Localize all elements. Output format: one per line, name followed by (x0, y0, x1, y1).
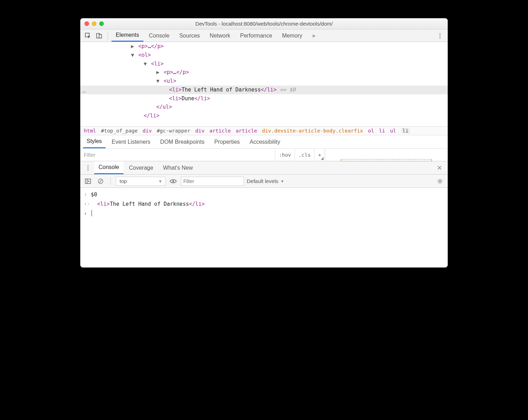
svg-line-19 (438, 179, 439, 180)
console-filter-input[interactable] (181, 177, 244, 186)
tag-close: </li> (189, 201, 205, 207)
dom-node[interactable]: <li>Dune</li> (80, 94, 448, 103)
dom-node[interactable]: ▼ <ul> (80, 77, 448, 86)
toggle-hov-button[interactable]: :hov (275, 149, 295, 161)
tag-open: <li> (97, 201, 110, 207)
node-text: The Left Hand of Darkness (110, 201, 189, 207)
text-cursor (92, 210, 92, 216)
dom-node-selected[interactable]: <li>The Left Hand of Darkness</li> == $0 (80, 86, 448, 94)
settings-menu-icon[interactable] (435, 31, 445, 41)
svg-line-20 (441, 182, 442, 183)
minimize-window-button[interactable] (92, 21, 96, 26)
dom-node[interactable]: ▶ <p>…</p> (80, 68, 448, 77)
expand-icon[interactable]: › (84, 190, 91, 199)
svg-point-7 (87, 167, 88, 168)
chevron-down-icon: ▼ (280, 179, 284, 183)
dom-breadcrumbs: html#top_of_pagediv#gc-wrapperdivarticle… (80, 126, 448, 135)
styles-tabbar: Styles Event Listeners DOM Breakpoints P… (80, 135, 448, 149)
svg-point-4 (439, 35, 440, 36)
new-style-rule-button[interactable]: + (314, 149, 325, 161)
window-title: DevTools - localhost:8080/web/tools/chro… (84, 21, 444, 27)
drawer-tab-whats-new[interactable]: What's New (159, 161, 197, 174)
titlebar: DevTools - localhost:8080/web/tools/chro… (80, 18, 448, 29)
device-toolbar-icon[interactable] (94, 31, 104, 41)
console-settings-icon[interactable] (435, 176, 445, 186)
window-controls (84, 21, 104, 26)
svg-point-13 (172, 180, 174, 182)
breadcrumb-item[interactable]: #gc-wrapper (157, 128, 190, 134)
subtab-dom-breakpoints[interactable]: DOM Breakpoints (157, 135, 208, 148)
console-prompt[interactable]: › (80, 209, 448, 218)
breadcrumb-item[interactable]: html (84, 128, 96, 134)
subtab-styles[interactable]: Styles (83, 135, 106, 148)
log-levels-label: Default levels (247, 178, 278, 184)
drawer-tabbar: Console Coverage What's New ✕ (80, 161, 448, 175)
console-toolbar: top ▼ Default levels ▼ (80, 175, 448, 188)
svg-point-8 (87, 169, 88, 170)
dom-node[interactable]: ▶ <p>…</p> (80, 42, 448, 51)
toggle-cls-button[interactable]: .cls (295, 149, 314, 161)
zoom-window-button[interactable] (99, 21, 104, 26)
divider (110, 177, 111, 185)
breadcrumb-item[interactable]: li (401, 128, 410, 134)
main-tabbar: Elements Console Sources Network Perform… (80, 29, 448, 42)
devtools-window: DevTools - localhost:8080/web/tools/chro… (80, 18, 448, 267)
execution-context-value: top (120, 178, 127, 184)
styles-filter-row: :hov .cls + (80, 149, 448, 161)
svg-point-5 (439, 37, 440, 38)
dom-node[interactable]: </ul> (80, 103, 448, 111)
chevron-down-icon: ▼ (158, 179, 162, 183)
styles-filter-input[interactable] (80, 149, 275, 161)
subtab-event-listeners[interactable]: Event Listeners (108, 135, 154, 148)
breadcrumb-item[interactable]: article (209, 128, 231, 134)
drawer-menu-icon[interactable] (83, 163, 93, 173)
drawer-tab-console[interactable]: Console (94, 161, 123, 174)
execution-context-selector[interactable]: top ▼ (116, 177, 165, 186)
tab-memory[interactable]: Memory (278, 29, 306, 42)
svg-point-3 (439, 33, 440, 34)
breadcrumb-item[interactable]: #top_of_page (101, 128, 138, 134)
breadcrumb-item[interactable]: ol (368, 128, 374, 134)
breadcrumb-item[interactable]: div (195, 128, 204, 134)
breadcrumb-item[interactable]: article (236, 128, 257, 134)
console-result-line: ‹· <li>The Left Hand of Darkness</li> (80, 199, 448, 209)
console-sidebar-toggle-icon[interactable] (83, 176, 93, 186)
box-model-preview (325, 149, 448, 161)
tab-sources[interactable]: Sources (175, 29, 204, 42)
subtab-properties[interactable]: Properties (211, 135, 243, 148)
subtab-accessibility[interactable]: Accessibility (246, 135, 284, 148)
svg-line-21 (441, 179, 442, 180)
result-icon: ‹· (84, 199, 91, 209)
breadcrumb-item[interactable]: div (143, 128, 152, 134)
tab-elements[interactable]: Elements (111, 29, 143, 42)
svg-line-22 (438, 182, 439, 183)
tab-network[interactable]: Network (205, 29, 235, 42)
console-output[interactable]: › $0 ‹· <li>The Left Hand of Darkness</l… (80, 188, 448, 267)
close-drawer-button[interactable]: ✕ (434, 163, 445, 173)
tabs-overflow[interactable]: » (308, 29, 319, 42)
dom-node[interactable]: </li> (80, 111, 448, 120)
inspect-element-icon[interactable] (83, 31, 93, 41)
drawer-tab-coverage[interactable]: Coverage (125, 161, 157, 174)
dom-tree[interactable]: ▶ <p>…</p> ▼ <ol> ▼ <li> ▶ <p>…</p> ▼ <u… (80, 42, 448, 126)
dom-node[interactable]: ▼ <li> (80, 60, 448, 68)
prompt-icon: › (84, 209, 91, 218)
tab-performance[interactable]: Performance (236, 29, 277, 42)
close-window-button[interactable] (84, 21, 89, 26)
clear-console-icon[interactable] (96, 176, 106, 186)
svg-point-14 (439, 180, 441, 182)
live-expression-icon[interactable] (168, 176, 178, 186)
svg-point-6 (87, 165, 88, 166)
console-expression: $0 (91, 190, 97, 199)
svg-line-12 (99, 179, 102, 183)
dom-node[interactable]: ▼ <ol> (80, 51, 448, 60)
console-input-echo-line: › $0 (80, 190, 448, 199)
divider (108, 32, 108, 40)
svg-rect-2 (99, 34, 102, 38)
tab-console[interactable]: Console (145, 29, 174, 42)
breadcrumb-item[interactable]: li (379, 128, 385, 134)
breadcrumb-item[interactable]: ul (390, 128, 396, 134)
breadcrumb-item[interactable]: div.devsite-article-body.clearfix (262, 128, 363, 134)
log-levels-selector[interactable]: Default levels ▼ (247, 178, 284, 184)
